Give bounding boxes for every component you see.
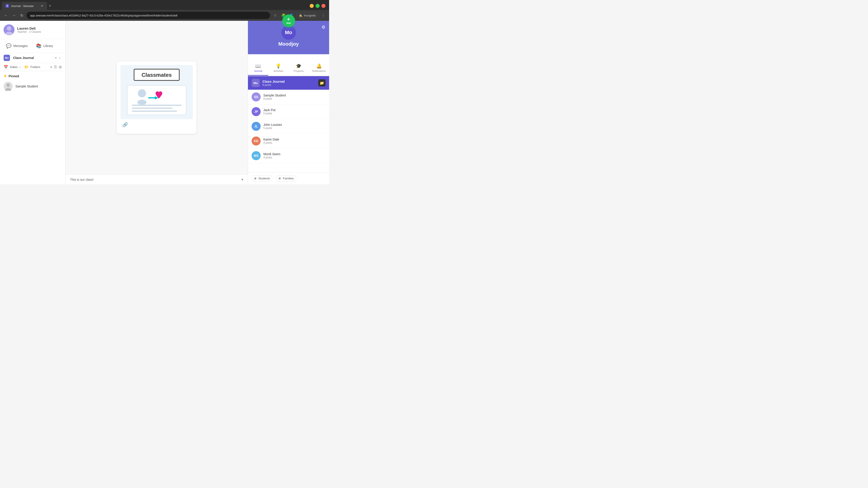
caption-text: This is our class! <box>70 178 241 182</box>
class-journal-mo-badge: Mo <box>252 79 260 87</box>
pinned-section: ★ Pinned <box>0 71 65 80</box>
active-tab[interactable]: S Journal - Seesaw ✕ <box>2 2 47 10</box>
class-journal-info: Class Journal 8 posts <box>262 79 318 87</box>
student-row[interactable]: KD Karen Dale 4 posts <box>248 134 329 149</box>
svg-point-11 <box>137 100 147 105</box>
tab-notifications[interactable]: 🔔 Notifications <box>309 61 329 76</box>
new-tab-button[interactable]: + <box>49 4 51 8</box>
user-role: Teacher · 2 Classes <box>17 30 41 33</box>
student-avatar-1: JP <box>252 107 260 116</box>
pinned-label: ★ Pinned <box>4 74 62 78</box>
student-name-3: Karen Dale <box>264 138 279 141</box>
messages-label: Messages <box>13 44 28 48</box>
incognito-badge[interactable]: 🕵️ Incognito <box>296 13 318 18</box>
right-header: ⚙ Mo Moodjoy + Add <box>248 21 329 54</box>
tab-activities[interactable]: 💡 Activities <box>268 61 289 76</box>
student-row[interactable]: JP Jack Pot 5 posts <box>248 104 329 119</box>
messages-nav-item[interactable]: 💬 Messages <box>4 42 29 50</box>
folders-dropdown-arrow[interactable]: ▾ <box>51 65 52 69</box>
forward-button[interactable]: → <box>11 12 17 18</box>
student-info-3: Karen Dale 4 posts <box>264 138 279 144</box>
progress-tab-label: Progress <box>293 70 304 72</box>
filter-icon[interactable]: ☰ <box>54 65 57 69</box>
link-icon-area[interactable]: 🔗 <box>121 119 193 130</box>
class-header: Mo Class Journal ▾ ‹ <box>0 53 65 63</box>
url-bar[interactable] <box>26 12 270 19</box>
student-posts-0: 8 posts <box>264 97 286 100</box>
user-name: Lauren Deli <box>17 26 41 30</box>
folders-label: Folders <box>31 65 49 69</box>
class-dropdown-arrow[interactable]: ▾ <box>55 56 57 59</box>
journal-tab-label: Journal <box>254 70 262 72</box>
app-container: Lauren Deli Teacher · 2 Classes 💬 Messag… <box>0 21 329 184</box>
add-button[interactable]: + Add <box>282 14 295 27</box>
bottom-bar: This is our class! ▾ <box>66 174 248 184</box>
student-row[interactable]: JL John Louises 5 posts <box>248 119 329 134</box>
date-nav-row: 📅 Dates › 📁 Folders ▾ ☰ ⊞ <box>0 63 65 71</box>
avatar-image <box>4 24 14 35</box>
star-icon: ★ <box>4 74 7 78</box>
link-icon: 🔗 <box>122 122 128 127</box>
bookmark-icon[interactable]: ☆ <box>272 12 278 19</box>
add-label: Add <box>286 22 291 25</box>
gear-icon[interactable]: ⚙ <box>321 24 326 30</box>
grid-view-icon[interactable]: ⊞ <box>59 65 62 69</box>
expand-button[interactable]: ▾ <box>241 177 243 182</box>
sample-student-name: Sample Student <box>16 85 38 88</box>
right-tabs: 📖 Journal 💡 Activities 🎓 Progress 🔔 Noti… <box>248 61 329 76</box>
tab-progress[interactable]: 🎓 Progress <box>289 61 309 76</box>
student-avatar-4: MS <box>252 151 260 160</box>
student-info-1: Jack Pot 5 posts <box>264 108 276 115</box>
svg-point-1 <box>7 26 11 31</box>
families-plus-icon: ⊕ <box>278 177 281 180</box>
messages-icon: 💬 <box>6 43 11 48</box>
library-label: Library <box>43 44 53 48</box>
maximize-button[interactable] <box>315 4 320 8</box>
close-button[interactable] <box>321 4 326 8</box>
browser-tabs: S Journal - Seesaw ✕ + <box>0 0 329 10</box>
svg-rect-9 <box>127 86 186 115</box>
student-name-2: John Louises <box>264 123 282 127</box>
classmates-illustration: Classmates <box>121 65 193 119</box>
back-button[interactable]: ← <box>3 12 9 18</box>
student-row[interactable]: MS Mordi Seem 4 posts <box>248 149 329 163</box>
student-name-0: Sample Student <box>264 94 286 97</box>
students-label: Students <box>258 177 270 180</box>
progress-tab-icon: 🎓 <box>296 63 302 69</box>
families-button[interactable]: ⊕ Families <box>276 175 296 182</box>
minimize-button[interactable] <box>310 4 314 8</box>
notifications-tab-icon: 🔔 <box>316 63 322 69</box>
main-content: Classmates <box>66 21 248 184</box>
tab-close-button[interactable]: ✕ <box>41 4 43 8</box>
class-journal-row[interactable]: Mo Class Journal 8 posts 📁 <box>248 76 329 90</box>
user-details: Lauren Deli Teacher · 2 Classes <box>17 26 41 33</box>
svg-rect-16 <box>132 110 177 112</box>
activities-tab-label: Activities <box>274 70 283 72</box>
svg-rect-14 <box>132 105 182 106</box>
reload-button[interactable]: ↻ <box>19 12 25 19</box>
folder-icon: 📁 <box>24 65 29 69</box>
svg-point-4 <box>6 84 10 87</box>
window-controls <box>310 4 327 8</box>
user-info: Lauren Deli Teacher · 2 Classes <box>0 21 65 39</box>
tab-journal[interactable]: 📖 Journal <box>248 61 268 76</box>
class-journal-title: Class Journal <box>262 79 318 84</box>
student-avatar-3: KD <box>252 136 260 145</box>
student-info-4: Mordi Seem 4 posts <box>264 152 280 159</box>
activities-tab-icon: 💡 <box>276 63 281 69</box>
students-plus-icon: ⊕ <box>254 177 256 180</box>
sample-student-avatar <box>4 82 13 91</box>
class-journal-posts: 8 posts <box>262 84 318 87</box>
dates-forward-arrow[interactable]: › <box>20 65 21 69</box>
content-area: Classmates <box>66 21 248 174</box>
library-nav-item[interactable]: 📚 Library <box>35 42 55 50</box>
svg-point-10 <box>138 89 146 97</box>
student-row[interactable]: SS Sample Student 8 posts <box>248 90 329 104</box>
nav-left-arrow[interactable]: ‹ <box>58 56 62 60</box>
browser-chrome: S Journal - Seesaw ✕ + ← → ↻ ☆ 🧩 👤 🕵️ In… <box>0 0 329 21</box>
students-button[interactable]: ⊕ Students <box>252 175 272 182</box>
dates-label: Dates <box>10 65 18 69</box>
menu-icon[interactable]: ⋮ <box>320 12 327 19</box>
sample-student-item[interactable]: Sample Student <box>0 80 65 93</box>
tab-title: Journal - Seesaw <box>11 4 33 8</box>
